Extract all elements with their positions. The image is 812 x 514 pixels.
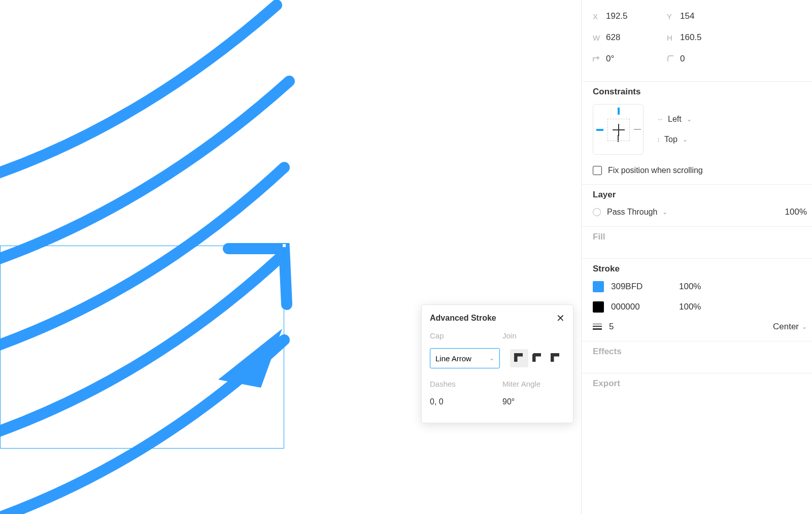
chevron-down-icon: ⌄ [489, 355, 494, 362]
properties-panel: X 192.5 Y 154 W 628 H 160.5 0° 0 Constra… [581, 0, 812, 514]
stroke-hex[interactable]: 000000 [611, 302, 672, 312]
blend-mode-value: Pass Through [607, 208, 657, 217]
miter-input[interactable]: 90° [502, 397, 565, 406]
canvas[interactable] [0, 0, 581, 514]
rotation-input[interactable]: 0° [606, 54, 667, 64]
stroke-opacity[interactable]: 100% [679, 282, 701, 292]
fix-position-checkbox[interactable]: Fix position when scrolling [593, 166, 812, 175]
stroke-item-0[interactable]: 309BFD 100% [593, 281, 812, 292]
join-bevel-button[interactable] [528, 349, 547, 367]
chevron-down-icon: ⌄ [687, 116, 692, 123]
export-title[interactable]: Export [593, 379, 812, 389]
h-input[interactable]: 160.5 [680, 32, 741, 43]
stroke-align-value: Center [773, 322, 799, 332]
horizontal-icon: ↔ [657, 115, 664, 123]
join-round-button[interactable] [547, 349, 565, 367]
cap-select[interactable]: Line Arrow ⌄ [430, 348, 500, 368]
constraints-widget[interactable] [593, 104, 644, 155]
join-miter-button[interactable] [510, 349, 528, 367]
stroke-title: Stroke [593, 264, 812, 274]
advanced-stroke-popup: Advanced Stroke ✕ Cap Join Line Arrow ⌄ [421, 304, 573, 423]
stroke-weight-icon [593, 324, 602, 330]
layer-title: Layer [593, 190, 812, 200]
panel-scrollbar[interactable] [581, 0, 582, 264]
y-input[interactable]: 154 [680, 11, 741, 21]
constraint-h-value: Left [668, 115, 682, 124]
stroke-item-1[interactable]: 000000 100% [593, 301, 812, 313]
transform-grid: X 192.5 Y 154 W 628 H 160.5 0° 0 [593, 8, 812, 69]
radius-input[interactable]: 0 [680, 54, 741, 64]
popup-title: Advanced Stroke [430, 314, 496, 323]
radius-icon [667, 55, 680, 63]
stroke-width-input[interactable]: 5 [609, 322, 614, 332]
cap-value: Line Arrow [435, 354, 471, 363]
rotation-icon [593, 55, 606, 63]
h-label: H [667, 33, 680, 42]
dashes-input[interactable]: 0, 0 [430, 397, 492, 406]
constraint-vertical-select[interactable]: ↕ Top ⌄ [657, 135, 692, 144]
stroke-opacity[interactable]: 100% [679, 302, 701, 312]
constraint-v-value: Top [664, 135, 678, 144]
stroke-align-select[interactable]: Center ⌄ [773, 322, 807, 332]
miter-label: Miter Angle [502, 380, 565, 388]
color-swatch[interactable] [593, 281, 604, 292]
stroke-hex[interactable]: 309BFD [611, 282, 672, 292]
selection-box [0, 246, 284, 449]
dashes-label: Dashes [430, 380, 492, 388]
chevron-down-icon: ⌄ [662, 209, 667, 216]
cap-label: Cap [430, 331, 492, 340]
constraints-title: Constraints [593, 87, 812, 97]
selection-handle[interactable] [282, 244, 286, 248]
blend-mode-select[interactable]: Pass Through ⌄ [607, 208, 667, 217]
x-label: X [593, 12, 606, 21]
vertical-icon: ↕ [657, 135, 660, 144]
fill-title[interactable]: Fill [593, 232, 812, 242]
w-input[interactable]: 628 [606, 32, 667, 43]
color-swatch[interactable] [593, 301, 604, 313]
x-input[interactable]: 192.5 [606, 11, 667, 21]
layer-opacity-input[interactable]: 100% [785, 207, 807, 217]
join-label: Join [502, 331, 565, 340]
w-label: W [593, 33, 606, 42]
y-label: Y [667, 12, 680, 21]
blend-mode-icon [592, 207, 602, 218]
close-icon[interactable]: ✕ [556, 313, 565, 323]
effects-title[interactable]: Effects [593, 347, 812, 357]
fix-position-label: Fix position when scrolling [608, 166, 703, 175]
constraint-horizontal-select[interactable]: ↔ Left ⌄ [657, 115, 692, 124]
chevron-down-icon: ⌄ [802, 323, 807, 330]
chevron-down-icon: ⌄ [683, 136, 688, 143]
checkbox-icon [593, 166, 602, 175]
